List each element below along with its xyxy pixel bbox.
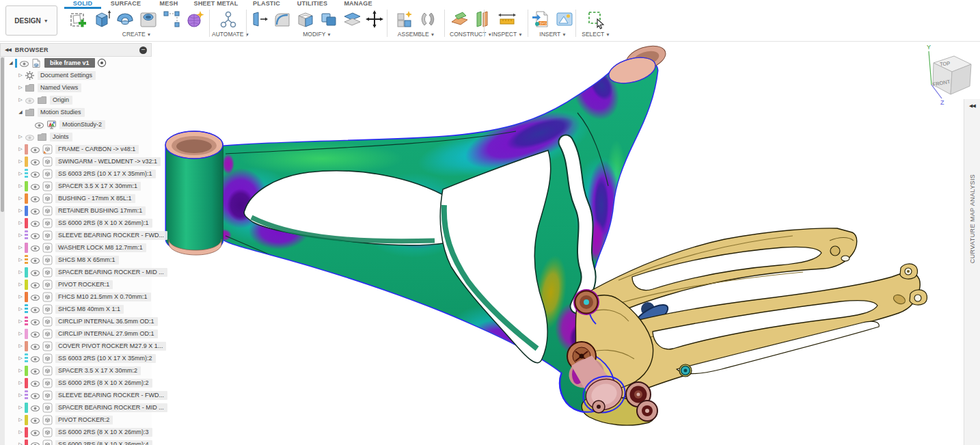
expand-arrow-icon[interactable]: ▷ <box>16 306 25 312</box>
visibility-eye-icon[interactable] <box>30 256 41 264</box>
visibility-eye-icon[interactable] <box>30 170 41 178</box>
extrude-icon[interactable] <box>91 9 113 29</box>
visibility-eye-icon[interactable] <box>30 329 41 338</box>
expand-arrow-icon[interactable]: ▷ <box>16 417 25 422</box>
tree-row[interactable]: ▷SS 6003 2RS (10 X 17 X 35mm):1 <box>5 167 152 180</box>
visibility-eye-icon[interactable] <box>30 440 41 445</box>
tree-item-label[interactable]: SWINGARM - WELDMENT -> v32:1 <box>55 157 161 166</box>
visibility-eye-icon[interactable] <box>30 145 41 153</box>
component-color-bar[interactable] <box>25 378 28 388</box>
expand-arrow-icon[interactable]: ▷ <box>16 380 25 386</box>
group-label-inspect[interactable]: INSPECT▼ <box>487 31 528 38</box>
tree-row[interactable]: ▷Joints <box>5 131 152 143</box>
visibility-eye-icon[interactable] <box>30 219 41 227</box>
tree-item-label[interactable]: SS 6000 2RS (8 X 10 X 26mm):3 <box>55 428 152 437</box>
revolve-icon[interactable] <box>114 9 136 29</box>
visibility-eye-icon[interactable] <box>30 231 41 239</box>
expand-arrow-icon[interactable]: ▷ <box>16 282 25 287</box>
expand-arrow-icon[interactable]: ▷ <box>16 294 25 299</box>
tree-row[interactable]: ▷SWINGARM - WELDMENT -> v32:1 <box>5 155 152 167</box>
tree-row-root[interactable]: ◢bike frame v1 <box>5 57 152 69</box>
visibility-eye-icon[interactable] <box>30 366 41 375</box>
visibility-eye-icon[interactable] <box>30 268 41 276</box>
scrollbar-thumb[interactable] <box>1 57 4 212</box>
component-color-bar[interactable] <box>25 193 28 204</box>
fillet-icon[interactable] <box>272 9 294 29</box>
ribbon-tab-surface[interactable]: SURFACE <box>107 0 145 8</box>
tree-row[interactable]: ▷SS 6003 2RS (10 X 17 X 35mm):2 <box>5 352 152 364</box>
tree-row[interactable]: ▷PIVOT ROCKER:1 <box>5 278 152 291</box>
expand-arrow-icon[interactable]: ▷ <box>16 319 25 324</box>
tree-item-label[interactable]: SS 6000 2RS (8 X 10 X 26mm):4 <box>55 440 152 445</box>
offset-face-icon[interactable] <box>341 9 363 29</box>
tree-row[interactable]: ▷CIRCLIP INTERNAL 36.5mm OD:1 <box>5 315 152 327</box>
group-label-insert[interactable]: INSERT▼ <box>530 31 575 38</box>
expand-arrow-icon[interactable]: ▷ <box>16 405 25 410</box>
component-color-bar[interactable] <box>25 218 28 228</box>
automate-icon[interactable] <box>217 9 239 29</box>
collapse-arrow-icon[interactable]: ◢ <box>16 109 25 115</box>
tree-row[interactable]: ▷SS 6000 2RS (8 X 10 X 26mm):4 <box>5 438 152 445</box>
expand-arrow-icon[interactable]: ▷ <box>16 195 25 201</box>
tree-item-label[interactable]: SHCS M8 40mm X 1:1 <box>55 305 124 314</box>
expand-arrow-icon[interactable]: ▷ <box>16 72 25 78</box>
tree-item-label[interactable]: Named Views <box>38 83 81 92</box>
tree-item-label[interactable]: SHCS M8 X 65mm:1 <box>55 256 119 265</box>
component-color-bar[interactable] <box>25 427 28 437</box>
tree-row[interactable]: ▷Named Views <box>5 81 152 94</box>
component-color-bar[interactable] <box>25 415 28 425</box>
insert-svg-icon[interactable]: SVG <box>530 9 552 29</box>
browser-header[interactable]: ◀◀ BROWSER – <box>0 43 152 57</box>
expand-arrow-icon[interactable]: ▷ <box>16 220 25 226</box>
expand-arrow-icon[interactable]: ▷ <box>16 331 25 336</box>
visibility-eye-icon[interactable] <box>30 428 41 436</box>
component-color-bar[interactable] <box>25 390 28 401</box>
component-color-bar[interactable] <box>25 366 28 376</box>
component-color-bar[interactable] <box>25 243 28 253</box>
visibility-eye-icon[interactable] <box>30 354 41 362</box>
expand-arrow-icon[interactable]: ▷ <box>16 232 25 238</box>
construct-plane-icon[interactable] <box>448 9 470 29</box>
tree-item-label[interactable]: Joints <box>50 133 72 141</box>
visibility-eye-icon[interactable] <box>30 293 41 301</box>
expand-arrow-icon[interactable]: ▷ <box>16 97 25 103</box>
tree-item-label[interactable]: Document Settings <box>38 71 96 80</box>
joint-icon[interactable] <box>417 9 439 29</box>
tree-row[interactable]: ▷Origin <box>5 94 152 106</box>
canvas-icon[interactable] <box>554 9 575 29</box>
expand-arrow-icon[interactable]: ▷ <box>16 355 25 361</box>
tree-item-label[interactable]: BUSHING - 17mm X 85L:1 <box>55 194 135 203</box>
ribbon-tab-plastic[interactable]: PLASTIC <box>249 0 284 8</box>
hole-icon[interactable] <box>137 9 159 29</box>
visibility-eye-icon[interactable] <box>30 391 41 399</box>
tree-row[interactable]: ▷SPACER 3.5 X 17 X 30mm:2 <box>5 364 152 377</box>
component-color-bar[interactable] <box>25 440 28 445</box>
tree-row[interactable]: ▷CIRCLIP INTERNAL 27.9mm OD:1 <box>5 327 152 340</box>
group-label-modify[interactable]: MODIFY▼ <box>249 31 385 38</box>
group-label-assemble[interactable]: ASSEMBLE▼ <box>390 31 443 38</box>
expand-arrow-icon[interactable]: ▷ <box>16 257 25 262</box>
ribbon-tab-sheet-metal[interactable]: SHEET METAL <box>193 0 239 8</box>
tree-item-label[interactable]: WASHER LOCK M8 12.7mm:1 <box>55 243 146 252</box>
viewcube[interactable]: Y Z TOP FRONT <box>909 42 980 105</box>
visibility-eye-icon[interactable] <box>30 194 41 202</box>
ribbon-tab-manage[interactable]: MANAGE <box>339 0 377 8</box>
expand-arrow-icon[interactable]: ▷ <box>16 429 25 435</box>
ribbon-tab-mesh[interactable]: MESH <box>154 0 183 8</box>
expand-arrow-icon[interactable]: ▷ <box>16 183 25 189</box>
tree-row[interactable]: ◢Motion Studies <box>5 106 152 118</box>
move-icon[interactable] <box>364 9 385 29</box>
group-label-select[interactable]: SELECT▼ <box>578 31 614 38</box>
tree-item-label[interactable]: bike frame v1 <box>44 58 95 68</box>
visibility-eye-off-icon[interactable] <box>25 96 36 104</box>
visibility-eye-icon[interactable] <box>30 403 41 412</box>
expand-arrow-icon[interactable]: ▷ <box>16 392 25 398</box>
tree-item-label[interactable]: SS 6000 2RS (8 X 10 X 26mm):1 <box>55 219 152 228</box>
tree-item-label[interactable]: PIVOT ROCKER:2 <box>55 416 113 424</box>
tree-row[interactable]: ▷FRAME - CARBON -> v48:1 <box>5 143 152 155</box>
tree-row[interactable]: ▷SLEEVE BEARING ROCKER - FWD... <box>5 229 152 241</box>
visibility-eye-off-icon[interactable] <box>25 133 36 141</box>
tree-row[interactable]: MotionStudy-2 <box>5 118 152 131</box>
component-color-bar[interactable] <box>25 181 28 191</box>
tree-item-label[interactable]: SPACER BEARING ROCKER - MID ... <box>55 268 167 277</box>
